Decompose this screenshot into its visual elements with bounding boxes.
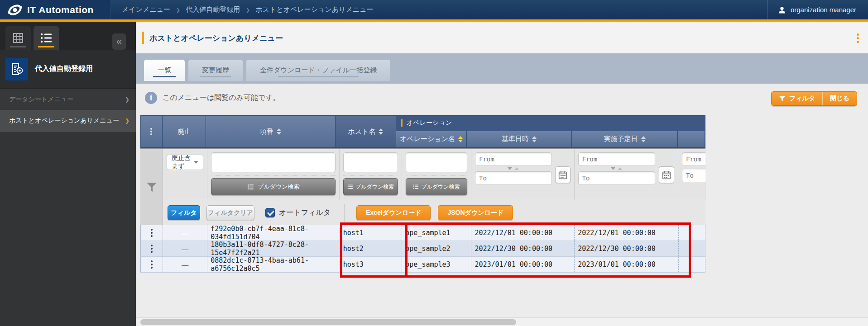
group-label: オペレーション [407, 119, 452, 127]
kebab-dot [857, 33, 859, 36]
filter-close-label: 閉じる [830, 94, 849, 103]
autofilter-checkbox[interactable] [265, 208, 275, 217]
header-scheduled-date[interactable]: 実施予定日 [572, 131, 678, 147]
range-arrows-icon [475, 166, 552, 171]
number-filter-input[interactable] [211, 152, 336, 172]
sidebar-tab-underline-active [38, 46, 54, 47]
excel-download-button[interactable]: Excelダウンロード [356, 205, 431, 220]
cell-base-datetime: 2023/01/01 00:00:00 [471, 257, 575, 272]
json-download-button[interactable]: JSONダウンロード [438, 205, 513, 220]
horizontal-scrollbar-thumb[interactable] [140, 319, 516, 325]
filter-gutter [140, 149, 163, 225]
tab-bulk-download-upload[interactable]: 全件ダウンロード・ファイル一括登録 [246, 60, 390, 81]
header-label: オペレーション名 [400, 135, 455, 143]
breadcrumb-separator-icon: ❯ [176, 7, 180, 13]
table-row: — f292e0b0-cb7f-4eaa-81c8-034fd151d704 h… [140, 225, 705, 241]
sidebar-tab-underline [10, 46, 26, 47]
base-datetime-from-input[interactable] [475, 152, 552, 166]
operation-filter-input[interactable] [406, 152, 467, 172]
filter-divider [343, 175, 398, 175]
sidebar-tab-strip: « [0, 22, 136, 50]
horizontal-scrollbar [136, 317, 868, 326]
breadcrumb-separator-icon: ❯ [245, 7, 250, 13]
filter-cell-discard: 廃止含まず [163, 149, 207, 200]
filter-close-button[interactable]: 閉じる [822, 92, 857, 105]
user-label: organization manager [791, 6, 856, 14]
base-datetime-to-input[interactable] [475, 171, 552, 185]
filter-toggle-group: フィルタ 閉じる [771, 91, 857, 106]
header-clipped-column [678, 131, 705, 147]
header-label: 項番 [260, 128, 273, 136]
sidebar-tab-menu-list[interactable] [34, 26, 59, 50]
data-table: 廃止 項番 ホスト名 オペレーション オペレーション名 基準日時 [140, 115, 705, 273]
sidebar-item-host-operation-menu[interactable]: ホストとオペレーションありメニュー ❯ [0, 110, 136, 132]
cell-scheduled-date: 2023/01/01 00:00:00 [575, 257, 679, 272]
row-kebab-button[interactable] [151, 260, 153, 269]
discard-filter-select[interactable]: 廃止含まず [167, 155, 203, 170]
row-menu-cell [141, 225, 163, 241]
header-operation-name[interactable]: オペレーション名 [396, 131, 467, 147]
header-number[interactable]: 項番 [206, 116, 336, 147]
host-filter-input[interactable] [343, 152, 398, 172]
row-kebab-button[interactable] [151, 245, 153, 253]
sidebar-item-datasheet-menu[interactable]: データシートメニュー ❯ [0, 89, 136, 110]
base-datetime-calendar-button[interactable] [555, 166, 571, 183]
content-tab-bar: 一覧 変更履歴 全件ダウンロード・ファイル一括登録 [136, 53, 868, 84]
cell-discard: — [163, 225, 207, 241]
sort-arrows-icon [532, 136, 537, 142]
table-header: 廃止 項番 ホスト名 オペレーション オペレーション名 基準日時 [140, 115, 705, 148]
sidebar-app-header: 代入値自動登録用 [0, 50, 136, 89]
app-logo-block[interactable]: IT Automation [0, 0, 111, 19]
sidebar-collapse-button[interactable]: « [112, 33, 126, 50]
calendar-icon [662, 170, 671, 180]
clipped-from-input[interactable] [682, 152, 705, 166]
filter-cell-clipped [678, 149, 705, 200]
cell-scheduled-date: 2022/12/30 00:00:00 [575, 241, 679, 256]
scheduled-date-from-input[interactable] [578, 152, 655, 166]
page-menu-kebab-button[interactable] [854, 32, 862, 44]
clear-filter-button[interactable]: フィルタクリア [206, 205, 254, 220]
sidebar-item-label: ホストとオペレーションありメニュー [9, 117, 119, 124]
number-pulldown-search-button[interactable]: プルダウン検索 [211, 178, 336, 195]
operation-group-header: オペレーション [396, 116, 705, 131]
pulldown-search-label: プルダウン検索 [421, 183, 460, 191]
autofilter-label: オートフィルタ [279, 208, 331, 217]
scheduled-date-calendar-button[interactable] [659, 166, 674, 183]
header-discard[interactable]: 廃止 [163, 116, 206, 147]
header-label: 実施予定日 [604, 135, 638, 143]
filter-divider [406, 175, 467, 175]
sidebar-app-label: 代入値自動登録用 [35, 64, 93, 74]
sidebar-tab-menu-grid[interactable] [5, 26, 31, 50]
sort-arrows-icon [379, 128, 383, 135]
sort-arrows-icon [277, 128, 281, 135]
host-pulldown-search-button[interactable]: プルダウン検索 [343, 178, 398, 195]
user-menu[interactable]: organization manager [767, 0, 868, 19]
apply-filter-button[interactable]: フィルタ [168, 205, 200, 220]
filter-divider [211, 175, 336, 175]
tab-list[interactable]: 一覧 [144, 60, 185, 81]
scheduled-date-to-input[interactable] [578, 171, 655, 185]
cell-discard: — [163, 241, 207, 256]
header-label: 廃止 [177, 128, 191, 136]
tab-change-history[interactable]: 変更履歴 [188, 60, 243, 81]
info-message-block: i このメニューは閲覧のみ可能です。 [145, 92, 280, 104]
funnel-icon [779, 95, 786, 102]
clipped-to-input[interactable] [682, 169, 705, 182]
calendar-icon [558, 170, 567, 180]
header-base-datetime[interactable]: 基準日時 [467, 131, 572, 147]
header-host-name[interactable]: ホスト名 [336, 116, 396, 147]
breadcrumb: メインメニュー ❯ 代入値自動登録用 ❯ ホストとオペレーションありメニュー [111, 5, 374, 14]
top-header: IT Automation メインメニュー ❯ 代入値自動登録用 ❯ ホストとオ… [0, 0, 868, 22]
header-operation-group: オペレーション オペレーション名 基準日時 実施予定日 [396, 116, 705, 147]
filter-toggle-button[interactable]: フィルタ [772, 92, 822, 105]
operation-pulldown-search-button[interactable]: プルダウン検索 [406, 178, 467, 195]
discard-filter-value: 廃止含まず [172, 154, 194, 170]
row-kebab-button[interactable] [151, 229, 153, 237]
breadcrumb-item-main-menu[interactable]: メインメニュー [122, 5, 170, 14]
table-row: — 0882dc1c-8713-4baa-ab61-a6756c12a0c5 h… [140, 257, 705, 273]
funnel-icon [146, 182, 157, 192]
breadcrumb-item-menu-group[interactable]: 代入値自動登録用 [186, 5, 240, 14]
user-icon [777, 5, 786, 14]
row-menu-cell [141, 241, 163, 256]
breadcrumb-item-current[interactable]: ホストとオペレーションありメニュー [255, 5, 373, 14]
